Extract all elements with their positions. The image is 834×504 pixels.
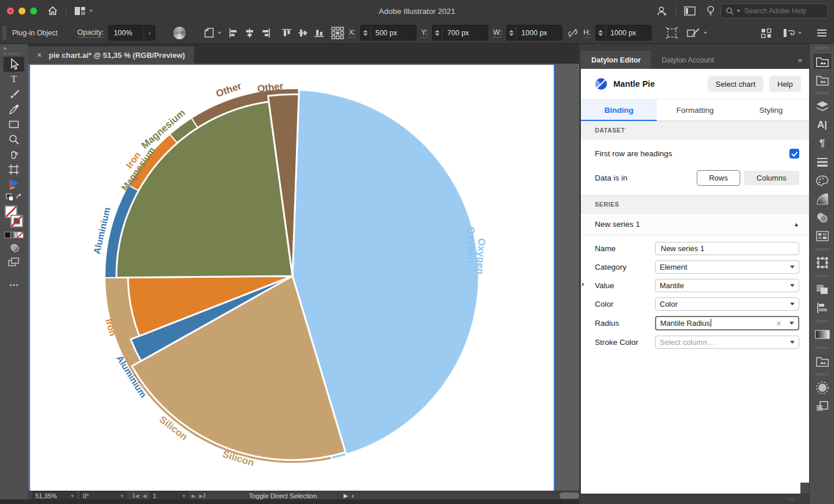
align-right-icon[interactable] [261,28,271,38]
h-field[interactable]: 1000 px [595,25,652,41]
dock-drag-handle[interactable] [815,347,829,349]
panel-overflow-icon[interactable]: » [798,51,809,69]
libraries-panel-icon[interactable] [813,53,832,70]
search-input[interactable] [743,6,815,16]
y-label[interactable]: Y: [421,28,427,38]
collapse-panel-icon[interactable]: › [581,279,584,288]
dock-drag-handle[interactable] [815,92,829,94]
x-label[interactable]: X: [349,28,356,38]
close-document-icon[interactable]: × [37,50,42,60]
pathfinder-icon[interactable] [813,281,832,298]
align-center-horizontal-icon[interactable] [244,28,255,38]
pie-chart[interactable]: OxygenOxygenSiliconSiliconAluminiumIronA… [28,64,579,491]
zoom-level-select[interactable]: 51,35% ▾ [32,491,76,500]
tab-styling[interactable]: Styling [733,100,809,121]
dock-drag-handle[interactable] [815,248,829,251]
asset-export-icon[interactable] [813,352,832,370]
x-field[interactable]: 500 px [360,25,416,41]
fill-stroke-swatches[interactable] [3,204,24,230]
screen-mode-icon[interactable] [3,255,24,270]
series-name-input-value[interactable] [660,244,795,253]
previous-artboard-icon[interactable]: ◀ [142,493,147,499]
align-panel-icon[interactable] [813,299,832,317]
transform-options-icon[interactable] [665,27,678,39]
tab-formatting[interactable]: Formatting [657,100,733,121]
dock-drag-handle[interactable] [815,47,829,49]
arrange-documents-icon[interactable] [684,6,696,16]
tab-binding[interactable]: Binding [581,100,657,121]
h-value[interactable]: 1000 px [606,29,651,37]
y-value[interactable]: 700 px [442,29,488,37]
connect-options-icon[interactable] [782,28,802,38]
y-field[interactable]: 700 px [432,25,488,41]
series-item-header[interactable]: New series 1 ▲ [581,214,809,236]
close-window-button[interactable] [7,8,14,14]
next-artboard-icon[interactable]: ▶ [192,493,196,499]
zoom-window-button[interactable] [30,8,37,14]
last-artboard-icon[interactable]: ▶ [199,493,205,499]
w-stepper[interactable] [507,25,517,40]
panel-resize-bar[interactable] [581,496,809,502]
transform-panel-icon[interactable] [813,254,832,271]
gradient-swatch-icon[interactable] [813,326,832,343]
columns-button[interactable]: Columns [744,171,799,185]
lightbulb-icon[interactable] [706,5,715,17]
character-icon[interactable]: A| [813,116,832,134]
color-wheel-icon[interactable] [173,26,186,40]
canvas[interactable]: OxygenOxygenSiliconSiliconAluminiumIronA… [28,64,579,491]
color-palette-icon[interactable] [813,172,832,189]
align-top-icon[interactable] [281,28,292,38]
share-user-icon[interactable] [656,5,668,17]
document-tab[interactable]: × pie chart.ai* @ 51,35 % (RGB/Preview) [28,46,194,64]
tool-hint[interactable]: Toggle Direct Selection [249,492,317,499]
help-button[interactable]: Help [769,76,801,92]
w-value[interactable]: 1000 px [517,29,562,37]
unlink-dimensions-icon[interactable] [567,28,579,38]
search-field[interactable] [720,3,828,19]
attributes-icon[interactable] [813,379,832,396]
x-stepper[interactable] [361,25,371,40]
color-mode-strip[interactable] [3,230,24,240]
shape-properties-icon[interactable] [686,27,707,39]
align-center-vertical-icon[interactable] [298,28,308,38]
stroke-icon[interactable] [813,153,832,171]
eyedropper-tool[interactable] [3,102,24,117]
navigator-icon[interactable] [813,398,832,415]
paintbrush-tool[interactable] [3,87,24,102]
cc-libraries-icon[interactable] [813,71,832,89]
tab-datylon-account[interactable]: Datylon Account [651,51,724,69]
dock-drag-handle[interactable] [815,373,829,376]
zoom-tool[interactable] [3,132,24,147]
category-select[interactable]: Element [655,260,799,274]
more-tools-icon[interactable]: … [3,275,24,290]
panel-drag-handle[interactable] [2,27,6,39]
first-row-headings-checkbox[interactable] [789,149,799,159]
y-stepper[interactable] [433,25,442,40]
tools-drag-handle[interactable] [3,53,19,55]
artboard-number-select[interactable]: 1 ▾ [150,491,188,500]
opacity-label[interactable]: Opacity: [78,28,104,38]
datylon-tool[interactable] [3,177,24,192]
align-left-icon[interactable] [228,28,239,38]
collapse-series-icon[interactable]: ▲ [793,221,799,227]
gradient-icon[interactable] [813,190,832,208]
clear-icon[interactable]: × [776,318,781,328]
artboard-tool[interactable] [3,162,24,177]
layers-icon[interactable] [813,98,832,115]
color-select[interactable]: Color [655,297,799,311]
stroke-color-select[interactable]: Select column... [655,336,799,349]
opacity-expand-icon[interactable]: › [144,25,155,40]
minimize-window-button[interactable] [19,8,25,14]
home-icon[interactable] [47,5,58,17]
h-label[interactable]: H: [583,28,591,38]
reference-point-icon[interactable] [331,27,344,39]
rectangle-tool[interactable] [3,117,24,132]
horizontal-scrollbar-thumb[interactable] [559,492,579,499]
select-chart-button[interactable]: Select chart [708,76,764,92]
value-select[interactable]: Mantile [655,279,799,292]
dock-drag-handle[interactable] [815,275,829,277]
rows-button[interactable]: Rows [697,170,740,186]
panel-scroll-corner[interactable] [800,483,809,494]
draw-mode-icon[interactable] [3,240,24,255]
h-stepper[interactable] [596,25,606,40]
